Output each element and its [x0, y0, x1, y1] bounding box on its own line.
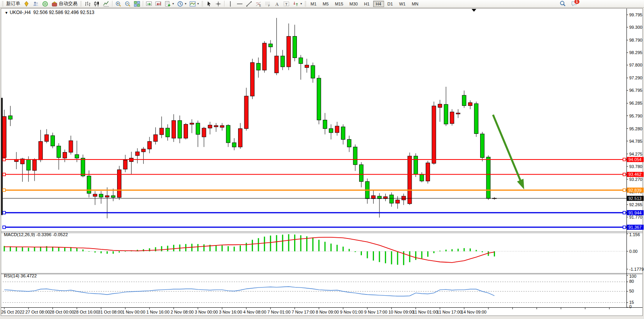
zoom-in-icon[interactable]: [114, 0, 123, 8]
autotrading-icon: [51, 1, 58, 7]
search-icon[interactable]: [560, 0, 566, 8]
fibonacci-tool-icon[interactable]: F: [263, 0, 272, 8]
svg-text:T: T: [285, 2, 288, 6]
tile-windows-icon[interactable]: [132, 0, 142, 8]
text-tool-icon[interactable]: A: [272, 0, 282, 8]
tab-timeframe-M15[interactable]: M15: [332, 1, 346, 7]
crosshair-tool-icon[interactable]: [214, 0, 223, 8]
chart-shift-icon[interactable]: [154, 0, 163, 8]
new-order-label: 新订单: [6, 0, 20, 7]
tab-timeframe-W1[interactable]: W1: [397, 1, 409, 7]
auto-scroll-icon[interactable]: [144, 0, 154, 8]
toolbar-drag-handle[interactable]: [80, 1, 82, 7]
new-chart-icon: [165, 1, 171, 7]
indicators-icon: [190, 1, 196, 7]
gold-seal-icon[interactable]: [22, 0, 31, 8]
window-bottom-edge: [0, 316, 644, 319]
signals-icon[interactable]: [40, 0, 50, 8]
tab-timeframe-H1[interactable]: H1: [361, 1, 372, 7]
chart-quotes: 92.506 92.586 92.496 92.513: [33, 10, 95, 15]
clock-icon: [177, 1, 183, 7]
cursor-tool-icon[interactable]: [204, 0, 214, 8]
vertical-line-tool-icon[interactable]: [226, 0, 235, 8]
tab-timeframe-M1[interactable]: M1: [308, 1, 319, 7]
toolbar-drag-handle[interactable]: [305, 1, 306, 7]
tab-timeframe-H4[interactable]: H4: [373, 1, 384, 7]
timeframe-bar: M1M5M15M30H1H4D1W1MN: [307, 1, 421, 7]
bar-chart-icon[interactable]: [83, 0, 92, 8]
autotrading-button[interactable]: 自动交易: [50, 0, 79, 8]
tab-timeframe-D1[interactable]: D1: [385, 1, 396, 7]
equidistant-channel-tool-icon[interactable]: E: [254, 0, 263, 8]
toolbar-drag-handle[interactable]: [2, 1, 4, 7]
horizontal-line-tool-icon[interactable]: [235, 0, 244, 8]
periods-button[interactable]: ▾: [175, 0, 188, 8]
one-click-collapse-icon[interactable]: ▼: [5, 11, 8, 15]
toolbar-drag-handle[interactable]: [202, 1, 203, 7]
trendline-tool-icon[interactable]: [244, 0, 254, 8]
new-order-button[interactable]: 新订单: [5, 0, 22, 8]
svg-text:A: A: [275, 1, 279, 7]
candlestick-chart-icon[interactable]: [92, 0, 102, 8]
indicators-button[interactable]: ▾: [188, 0, 200, 8]
arrows-tool-icon: [293, 1, 299, 7]
new-chart-button[interactable]: ▾: [163, 0, 175, 8]
contacts-icon[interactable]: [31, 0, 40, 8]
svg-text:F: F: [268, 4, 270, 7]
autotrading-label: 自动交易: [59, 0, 77, 7]
tab-timeframe-M30[interactable]: M30: [347, 1, 360, 7]
tab-timeframe-M5[interactable]: M5: [320, 1, 331, 7]
main-toolbar: 新订单 自动交易 ▾ ▾ ▾ E F A T ▾ M1M5M15M30H1H4D…: [0, 0, 644, 8]
chart-window[interactable]: [1, 8, 643, 316]
zoom-out-icon[interactable]: [123, 0, 132, 8]
arrows-tool-button[interactable]: ▾: [291, 0, 304, 8]
trading-terminal: { "toolbar": { "new_order_label": "新订单",…: [0, 0, 644, 319]
svg-text:E: E: [260, 4, 261, 7]
line-chart-icon[interactable]: [102, 0, 111, 8]
chat-button[interactable]: 1: [571, 0, 577, 8]
chart-symbol: UKOil-,H4: [10, 10, 31, 15]
macd-indicator-label: MACD(12,26,9) -0.3396 -0.0522: [4, 232, 68, 237]
text-label-tool-icon[interactable]: T: [282, 0, 291, 8]
chat-unread-badge: 1: [574, 0, 580, 4]
chart-title: ▼UKOil-,H4 92.506 92.586 92.496 92.513: [5, 10, 94, 15]
rsi-indicator-label: RSI(14) 36.4722: [4, 273, 37, 278]
tab-timeframe-MN[interactable]: MN: [409, 1, 421, 7]
